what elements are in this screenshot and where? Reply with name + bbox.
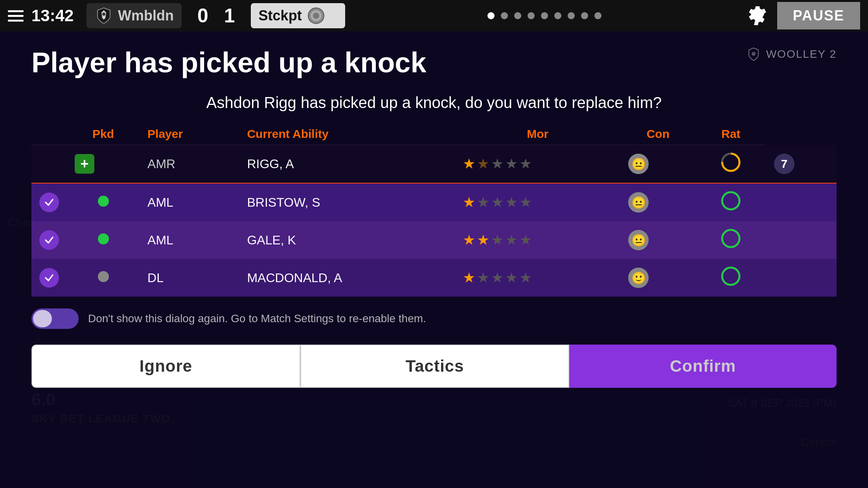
condition-cell: [696, 221, 766, 259]
condition-circle: [721, 152, 741, 172]
stars-display: ★ ★ ★ ★ ★: [463, 194, 612, 211]
toggle-knob: [33, 310, 52, 327]
morale-cell: 😐: [620, 183, 696, 221]
player-name-cell: MACDONALD, A: [239, 259, 455, 297]
rating-badge: 7: [774, 154, 794, 174]
status-dot-gray: [98, 271, 109, 282]
condition-circle: [721, 228, 741, 249]
morale-cell: 😐: [620, 221, 696, 259]
row-select-cell: [31, 145, 67, 183]
stars-display: ★ ★ ★ ★ ★: [463, 270, 612, 286]
player-name-cell: GALE, K: [239, 221, 455, 259]
col-header-con: Con: [620, 123, 696, 145]
dot-6: [554, 12, 561, 19]
dialog-toggle[interactable]: [31, 308, 79, 329]
morale-face: 🙂: [628, 268, 649, 288]
player-name-cell: BRISTOW, S: [239, 183, 455, 221]
home-team-shield: [94, 6, 113, 25]
action-buttons: Ignore Tactics Confirm: [31, 345, 837, 388]
col-header-player: Player: [140, 123, 239, 145]
pkd-cell: +: [67, 145, 140, 183]
status-cell: [67, 221, 140, 259]
col-header-ability: Current Ability: [239, 123, 455, 145]
stars-display: ★ ★ ★ ★ ★: [463, 232, 612, 248]
condition-circle: [721, 191, 741, 211]
player-table: Pkd Player Current Ability Mor Con Rat +…: [31, 123, 837, 297]
svg-point-0: [102, 13, 105, 16]
dot-7: [568, 12, 575, 19]
selected-check: [39, 193, 59, 212]
svg-point-8: [722, 230, 739, 247]
dot-5: [541, 12, 548, 19]
tactics-button[interactable]: Tactics: [300, 345, 569, 388]
row-check-cell: [31, 259, 67, 297]
status-cell: [67, 183, 140, 221]
rating-cell: 7: [766, 145, 837, 183]
match-time: 13:42: [31, 6, 79, 25]
ability-cell: ★ ★ ★ ★ ★: [455, 259, 620, 297]
condition-circle: [721, 266, 741, 286]
modal-title: Player has picked up a knock: [31, 47, 426, 78]
pause-button[interactable]: PAUSE: [777, 2, 860, 29]
status-cell: [67, 259, 140, 297]
confirm-button[interactable]: Confirm: [569, 345, 837, 388]
table-row[interactable]: + AMR RIGG, A ★ ★ ★ ★ ★ 😐: [31, 145, 837, 183]
row-check-cell: [31, 221, 67, 259]
player-name-cell: RIGG, A: [239, 145, 455, 183]
condition-cell: [696, 183, 766, 221]
status-dot-green: [98, 233, 109, 244]
settings-button[interactable]: [744, 3, 769, 28]
away-team-block: Stckpt: [251, 3, 345, 28]
modal-subtitle: Ashdon Rigg has picked up a knock, do yo…: [31, 94, 837, 112]
selected-check: [39, 268, 59, 288]
ability-cell: ★ ★ ★ ★ ★: [455, 221, 620, 259]
progress-dots: [353, 12, 736, 19]
dot-2: [501, 12, 508, 19]
woolley-badge: WOOLLEY 2: [747, 47, 837, 61]
svg-point-3: [313, 13, 319, 19]
ignore-button[interactable]: Ignore: [31, 345, 300, 388]
home-team-block: Wmbldn: [86, 3, 182, 28]
ability-cell: ★ ★ ★ ★ ★: [455, 183, 620, 221]
stars-display: ★ ★ ★ ★ ★: [463, 156, 612, 172]
morale-face: 😐: [628, 230, 649, 250]
dot-8: [581, 12, 588, 19]
medical-icon: +: [75, 154, 94, 174]
woolley-label: WOOLLEY 2: [766, 48, 837, 61]
position-cell: AMR: [140, 145, 239, 183]
rating-cell: [766, 259, 837, 297]
selected-check: [39, 230, 59, 250]
morale-cell: 😐: [620, 145, 696, 183]
toggle-label: Don't show this dialog again. Go to Matc…: [88, 312, 837, 325]
dot-1: [487, 12, 495, 19]
dot-9: [594, 12, 601, 19]
dot-4: [528, 12, 535, 19]
table-row[interactable]: AML BRISTOW, S ★ ★ ★ ★ ★ 😐: [31, 183, 837, 221]
table-row[interactable]: DL MACDONALD, A ★ ★ ★ ★ ★ 🙂: [31, 259, 837, 297]
away-team-shield: [307, 6, 326, 25]
dot-3: [514, 12, 521, 19]
rating-cell: [766, 221, 837, 259]
modal-overlay: Player has picked up a knock WOOLLEY 2 A…: [0, 31, 868, 488]
table-row[interactable]: AML GALE, K ★ ★ ★ ★ ★ 😐: [31, 221, 837, 259]
top-bar: 13:42 Wmbldn 0 1 Stckpt: [0, 0, 868, 31]
home-team-name: Wmbldn: [118, 7, 174, 24]
status-dot-green: [98, 196, 109, 207]
col-header-rat: Rat: [696, 123, 766, 145]
position-cell: AML: [140, 183, 239, 221]
position-cell: DL: [140, 259, 239, 297]
score-home: 0: [197, 4, 208, 27]
condition-cell: [696, 259, 766, 297]
modal-header: Player has picked up a knock WOOLLEY 2: [31, 47, 837, 78]
condition-cell: [696, 145, 766, 183]
col-header-select: [31, 123, 67, 145]
hamburger-menu[interactable]: [8, 10, 24, 22]
morale-face: 😐: [628, 154, 649, 174]
svg-point-7: [722, 192, 739, 209]
toggle-row: Don't show this dialog again. Go to Matc…: [31, 308, 837, 329]
score-block: 0 1: [189, 4, 243, 27]
col-header-mor: Mor: [455, 123, 620, 145]
morale-cell: 🙂: [620, 259, 696, 297]
col-header-pkd: Pkd: [67, 123, 140, 145]
morale-face: 😐: [628, 192, 649, 213]
